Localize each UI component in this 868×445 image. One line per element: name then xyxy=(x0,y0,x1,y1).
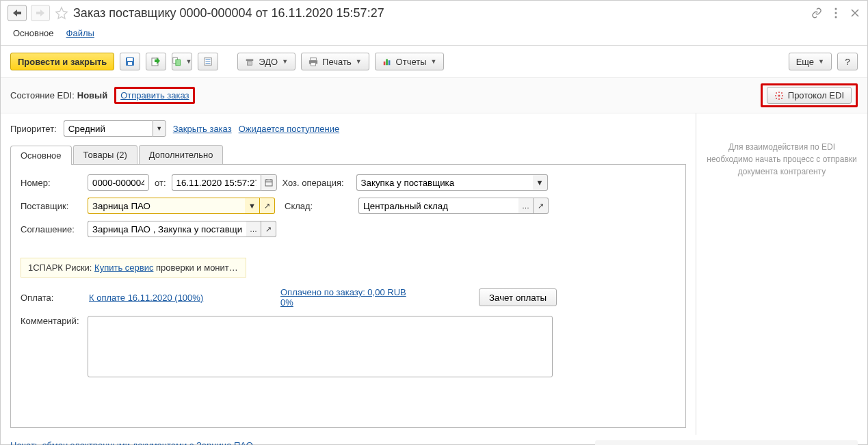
svg-rect-17 xyxy=(311,63,316,66)
print-button[interactable]: Печать▼ xyxy=(301,53,369,70)
close-icon[interactable] xyxy=(850,8,860,18)
edo-button[interactable]: ЭДО▼ xyxy=(237,53,295,70)
open-icon[interactable]: ↗ xyxy=(534,198,549,214)
spark-prefix: 1СПАРК Риски: xyxy=(28,262,94,273)
nav-main[interactable]: Основное xyxy=(13,28,54,38)
svg-rect-13 xyxy=(246,59,254,62)
svg-point-27 xyxy=(778,98,780,100)
payment-paid-link[interactable]: Оплачено по заказу: 0,00 RUB 0% xyxy=(280,287,417,308)
priority-select[interactable]: ▼ xyxy=(64,120,166,137)
help-button[interactable]: ? xyxy=(837,53,858,70)
spark-risks-banner: 1СПАРК Риски: Купить сервис проверки и м… xyxy=(21,258,246,278)
dropdown-icon[interactable]: ▼ xyxy=(533,174,548,191)
totals-box: Скидка: Заказано с НДС: RUB xyxy=(595,440,858,445)
spark-suffix: проверки и монито… xyxy=(153,262,242,273)
favorite-star-icon[interactable] xyxy=(54,5,69,21)
edi-side-panel: Для взаимодействия по EDI необходимо нач… xyxy=(696,113,867,435)
operation-label: Хоз. операция: xyxy=(282,178,351,188)
nav-back-button[interactable] xyxy=(8,5,27,21)
link-icon[interactable] xyxy=(811,8,822,18)
svg-point-28 xyxy=(775,95,776,96)
detail-tabs: Основное Товары (2) Дополнительно xyxy=(10,145,686,165)
open-icon[interactable]: ↗ xyxy=(261,221,276,237)
svg-rect-4 xyxy=(127,58,133,61)
number-input[interactable] xyxy=(88,174,149,191)
app-window: Заказ поставщику 0000-000004 от 16.11.20… xyxy=(0,0,868,445)
agreement-label: Соглашение: xyxy=(21,224,82,234)
edi-protocol-icon xyxy=(774,91,784,100)
tab-goods[interactable]: Товары (2) xyxy=(73,145,137,164)
send-order-link[interactable]: Отправить заказ xyxy=(120,90,189,100)
edi-protocol-button[interactable]: Протокол EDI xyxy=(767,87,852,104)
save-button[interactable] xyxy=(120,53,140,70)
reports-button[interactable]: Отчеты▼ xyxy=(375,53,445,70)
dropdown-icon[interactable]: ▼ xyxy=(153,120,166,137)
svg-rect-20 xyxy=(388,60,390,65)
start-edi-exchange-link[interactable]: Начать обмен электронными документами с … xyxy=(10,440,253,445)
svg-point-2 xyxy=(835,16,837,18)
dropdown-icon[interactable]: ▼ xyxy=(245,198,260,214)
open-icon[interactable]: ↗ xyxy=(260,198,275,214)
svg-point-29 xyxy=(782,95,783,96)
main-content: Приоритет: ▼ Закрыть заказ Ожидается пос… xyxy=(1,113,696,435)
number-label: Номер: xyxy=(21,178,82,188)
post-button[interactable] xyxy=(146,53,166,70)
svg-point-22 xyxy=(776,92,777,94)
nav-forward-button[interactable] xyxy=(31,5,50,21)
post-and-close-button[interactable]: Провести и закрыть xyxy=(10,53,114,70)
edi-state-label: Состояние EDI: xyxy=(10,90,75,100)
edi-bar: Состояние EDI: Новый Отправить заказ Про… xyxy=(1,77,867,113)
main-nav: Основное Файлы xyxy=(1,25,867,46)
svg-rect-14 xyxy=(248,62,252,65)
supplier-label: Поставщик: xyxy=(21,201,82,211)
window-title: Заказ поставщику 0000-000004 от 16.11.20… xyxy=(73,6,807,21)
operation-input[interactable] xyxy=(356,174,533,191)
agreement-input[interactable] xyxy=(88,221,246,237)
list-button[interactable] xyxy=(198,53,218,70)
svg-point-0 xyxy=(835,8,837,10)
payment-label: Оплата: xyxy=(21,293,82,303)
svg-point-23 xyxy=(781,92,782,94)
svg-point-24 xyxy=(776,98,777,99)
toolbar: Провести и закрыть ▼ ЭДО▼ Печать▼ Отчеты… xyxy=(1,46,867,77)
priority-input[interactable] xyxy=(64,120,153,137)
footer: Начать обмен электронными документами с … xyxy=(1,435,867,445)
edi-hint-text: Для взаимодействия по EDI необходимо нач… xyxy=(706,141,858,178)
svg-point-1 xyxy=(835,12,837,14)
titlebar: Заказ поставщику 0000-000004 от 16.11.20… xyxy=(1,1,867,25)
comment-textarea[interactable] xyxy=(88,316,553,377)
svg-rect-15 xyxy=(311,58,317,61)
select-icon[interactable]: … xyxy=(246,221,261,237)
svg-rect-5 xyxy=(128,62,132,65)
offset-payment-button[interactable]: Зачет оплаты xyxy=(479,288,557,306)
protocol-highlight: Протокол EDI xyxy=(761,83,858,107)
close-order-link[interactable]: Закрыть заказ xyxy=(173,124,232,134)
supplier-input[interactable] xyxy=(88,198,245,214)
based-on-button[interactable]: ▼ xyxy=(172,53,192,70)
svg-point-25 xyxy=(781,98,782,99)
tab-main[interactable]: Основное xyxy=(10,146,72,165)
payment-due-link[interactable]: К оплате 16.11.2020 (100%) xyxy=(89,293,274,303)
date-input[interactable] xyxy=(172,174,261,191)
calendar-icon[interactable] xyxy=(261,174,277,191)
warehouse-input[interactable] xyxy=(358,198,518,214)
svg-rect-8 xyxy=(176,60,181,66)
spark-buy-link[interactable]: Купить сервис xyxy=(94,262,153,273)
svg-point-21 xyxy=(778,94,780,96)
nav-files[interactable]: Файлы xyxy=(66,28,94,38)
warehouse-label: Склад: xyxy=(285,201,353,211)
from-label: от: xyxy=(155,178,166,188)
svg-point-26 xyxy=(778,92,780,93)
svg-rect-30 xyxy=(265,180,272,186)
more-vertical-icon[interactable] xyxy=(830,8,841,18)
svg-rect-19 xyxy=(386,59,388,66)
select-icon[interactable]: … xyxy=(518,198,534,214)
tab-additional[interactable]: Дополнительно xyxy=(139,145,224,164)
tab-content: Номер: от: Хоз. операция: ▼ Поставщик: xyxy=(10,165,686,428)
expect-delivery-link[interactable]: Ожидается поступление xyxy=(239,124,340,134)
edi-state-value: Новый xyxy=(77,90,107,100)
send-order-highlight: Отправить заказ xyxy=(114,87,195,104)
comment-label: Комментарий: xyxy=(21,316,82,377)
more-button[interactable]: Еще▼ xyxy=(789,53,832,70)
priority-label: Приоритет: xyxy=(10,124,57,134)
